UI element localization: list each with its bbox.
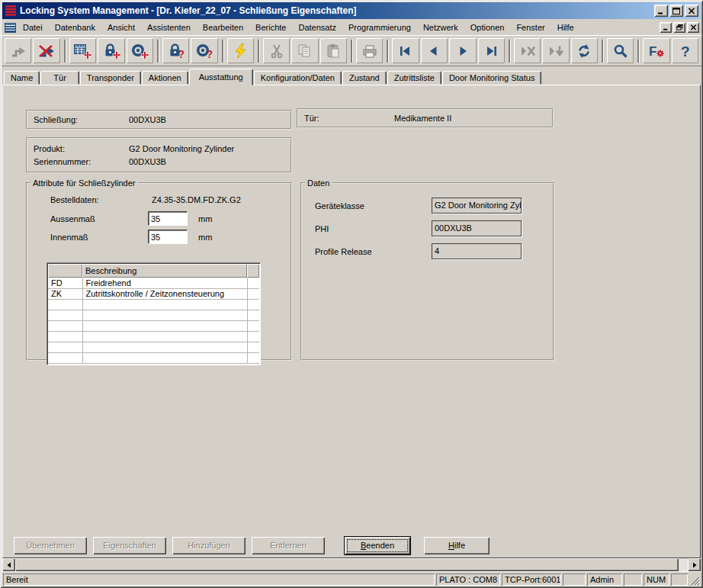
tab-door-monitoring-status[interactable]: Door Monitoring Status bbox=[442, 71, 542, 85]
cancel-edit-icon bbox=[518, 43, 537, 59]
close-icon bbox=[690, 24, 697, 31]
attribute-table[interactable]: Beschreibung FD Freidrehend ZK Zutrittsk… bbox=[47, 262, 261, 365]
close-button[interactable] bbox=[685, 5, 698, 17]
next-record-button[interactable] bbox=[449, 38, 476, 63]
transponder-plus-icon bbox=[130, 43, 149, 59]
jump-arrow-icon bbox=[9, 43, 27, 59]
cut-button[interactable] bbox=[263, 38, 290, 63]
scroll-right-icon bbox=[692, 562, 698, 568]
tab-transponder[interactable]: Transponder bbox=[80, 71, 141, 85]
prev-record-icon bbox=[425, 43, 443, 59]
document-system-icon[interactable] bbox=[4, 22, 17, 34]
last-record-button[interactable] bbox=[478, 38, 505, 63]
toolbar: ? ? bbox=[2, 35, 701, 66]
eigenschaften-button[interactable]: Eigenschaften bbox=[93, 537, 166, 554]
aussenmass-input[interactable] bbox=[148, 211, 188, 226]
scissors-icon bbox=[268, 43, 286, 59]
paste-button[interactable] bbox=[320, 38, 347, 63]
status-empty-panel bbox=[624, 574, 642, 586]
refresh-icon bbox=[575, 43, 593, 59]
tab-zustand[interactable]: Zustand bbox=[342, 71, 387, 85]
attr-code-cell[interactable]: ZK bbox=[48, 288, 82, 299]
daten-group-title: Daten bbox=[305, 178, 332, 188]
prev-record-button[interactable] bbox=[421, 38, 448, 63]
menu-datensatz[interactable]: Datensatz bbox=[292, 21, 342, 34]
maximize-icon bbox=[673, 8, 680, 14]
mdi-minimize-button[interactable] bbox=[660, 22, 672, 33]
app-window: Locking System Management - [Dr. Kiefer_… bbox=[0, 0, 703, 588]
attr-col-beschreibung-header: Beschreibung bbox=[82, 264, 247, 278]
innenmass-input[interactable] bbox=[148, 230, 188, 244]
menu-datenbank[interactable]: Datenbank bbox=[49, 21, 101, 34]
aussenmass-unit: mm bbox=[198, 214, 212, 223]
filter-settings-button[interactable]: F bbox=[643, 38, 669, 63]
jump-button[interactable] bbox=[5, 38, 31, 63]
menu-assistenten[interactable]: Assistenten bbox=[141, 21, 197, 34]
tab-ausstattung[interactable]: Ausstattung bbox=[189, 69, 253, 85]
aussenmass-label: Aussenmaß bbox=[50, 214, 148, 223]
filter-gear-icon: F bbox=[647, 43, 666, 59]
first-record-button[interactable] bbox=[392, 38, 419, 63]
menu-programmierung[interactable]: Programmierung bbox=[342, 21, 417, 34]
post-edit-button[interactable] bbox=[542, 38, 569, 63]
menu-berichte[interactable]: Berichte bbox=[249, 21, 292, 34]
maximize-button[interactable] bbox=[669, 5, 683, 17]
hinzufuegen-button[interactable]: Hinzufügen bbox=[172, 537, 246, 554]
copy-button[interactable] bbox=[291, 38, 318, 63]
toolbar-separator bbox=[258, 40, 259, 63]
tab-aktionen[interactable]: Aktionen bbox=[142, 71, 188, 85]
print-button[interactable] bbox=[356, 38, 383, 63]
menu-netzwerk[interactable]: Netzwerk bbox=[417, 21, 464, 34]
tab-name[interactable]: Name bbox=[4, 71, 40, 85]
tuer-value: Medikamente II bbox=[394, 114, 451, 123]
status-user: Admin bbox=[587, 574, 622, 586]
program-button[interactable] bbox=[227, 38, 254, 63]
produkt-box: Produkt: G2 Door Monitoring Zylinder Ser… bbox=[26, 137, 292, 173]
produkt-value: G2 Door Monitoring Zylinder bbox=[129, 144, 234, 153]
attr-beschreibung-cell[interactable]: Freidrehend bbox=[82, 278, 247, 288]
beenden-button[interactable]: Beenden bbox=[345, 537, 410, 554]
resize-grip[interactable] bbox=[689, 575, 700, 586]
scrollbar-thumb[interactable] bbox=[15, 558, 679, 571]
svg-text:?: ? bbox=[206, 48, 213, 59]
read-lock-button[interactable]: ? bbox=[162, 38, 189, 63]
cancel-edit-button[interactable] bbox=[514, 38, 541, 63]
help-button[interactable]: ? bbox=[672, 38, 698, 63]
tab-tuer[interactable]: Tür bbox=[40, 71, 79, 85]
scrollbar-trough[interactable] bbox=[679, 558, 688, 571]
tab-zutrittsliste[interactable]: Zutrittsliste bbox=[387, 71, 441, 85]
menu-optionen[interactable]: Optionen bbox=[464, 21, 511, 34]
table-row: FD Freidrehend bbox=[48, 278, 259, 288]
entfernen-button[interactable]: Entfernen bbox=[252, 537, 325, 554]
scroll-right-button[interactable] bbox=[688, 558, 701, 571]
menu-fenster[interactable]: Fenster bbox=[510, 21, 551, 34]
menu-bearbeiten[interactable]: Bearbeiten bbox=[197, 21, 249, 34]
scroll-left-button[interactable] bbox=[2, 558, 15, 571]
menu-datei[interactable]: Datei bbox=[17, 21, 49, 34]
mdi-close-button[interactable] bbox=[687, 22, 699, 33]
menu-ansicht[interactable]: Ansicht bbox=[101, 21, 141, 34]
attr-beschreibung-cell[interactable]: Zutrittskontrolle / Zeitzonensteuerung bbox=[82, 288, 247, 299]
menu-hilfe[interactable]: Hilfe bbox=[551, 21, 580, 34]
attr-code-cell[interactable]: FD bbox=[48, 278, 82, 288]
toolbar-separator bbox=[602, 40, 603, 63]
uebernehmen-button[interactable]: Übernehmen bbox=[14, 537, 87, 554]
new-lock-button[interactable] bbox=[98, 38, 124, 63]
horizontal-scrollbar[interactable] bbox=[2, 558, 701, 571]
tab-konfiguration-daten[interactable]: Konfiguration/Daten bbox=[254, 71, 342, 85]
refresh-button[interactable] bbox=[571, 38, 598, 63]
read-transponder-button[interactable]: ? bbox=[191, 38, 217, 63]
minimize-button[interactable] bbox=[654, 5, 668, 17]
question-icon: ? bbox=[676, 43, 694, 59]
hilfe-button[interactable]: Hilfe bbox=[424, 537, 490, 554]
cancel-jump-button[interactable] bbox=[33, 38, 59, 63]
new-transponder-button[interactable] bbox=[127, 38, 153, 63]
mdi-restore-button[interactable] bbox=[673, 22, 685, 33]
new-locking-plan-button[interactable] bbox=[69, 38, 96, 63]
toolbar-separator bbox=[509, 40, 510, 63]
svg-text:?: ? bbox=[178, 48, 185, 59]
bestelldaten-value: Z4.35-35.DM.FD.ZK.G2 bbox=[152, 195, 241, 204]
search-button[interactable] bbox=[607, 38, 634, 63]
tuer-label: Tür: bbox=[304, 114, 394, 123]
jump-arrow-cancel-icon bbox=[37, 43, 56, 59]
